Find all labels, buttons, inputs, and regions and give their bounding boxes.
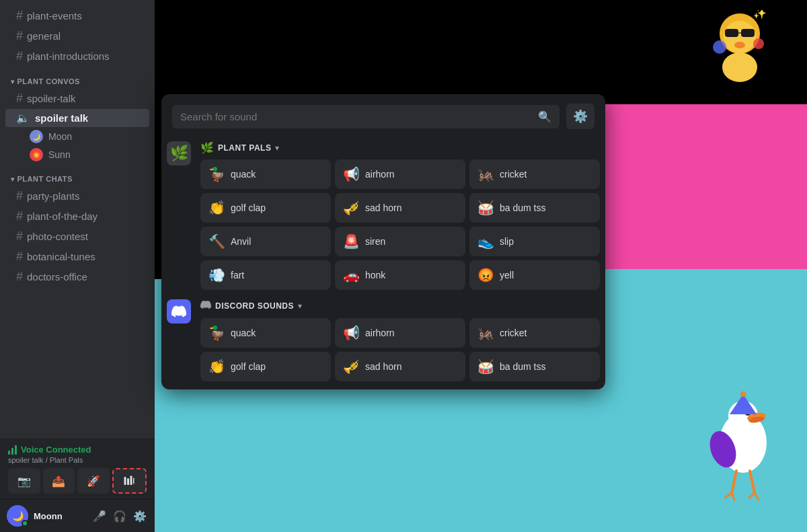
user-name: Moonn bbox=[34, 511, 86, 521]
channel-general[interactable]: # general bbox=[5, 26, 149, 46]
channel-list: # plant-events # general # plant-introdu… bbox=[0, 0, 155, 439]
sound-sad-horn-2[interactable]: 🎺 sad horn bbox=[335, 352, 465, 381]
sound-slip-1[interactable]: 👟 slip bbox=[469, 227, 600, 256]
channel-party-plants[interactable]: # party-plants bbox=[5, 186, 149, 206]
svg-text:✨: ✨ bbox=[753, 10, 767, 20]
svg-line-26 bbox=[732, 493, 734, 500]
discord-server-icon[interactable] bbox=[167, 299, 191, 324]
sound-cricket-2[interactable]: 🦗 cricket bbox=[469, 318, 600, 348]
sound-ba-dum-tss-2[interactable]: 🥁 ba dum tss bbox=[469, 352, 600, 381]
voice-icon: 🔈 bbox=[16, 112, 30, 124]
plant-pals-header-icon: 🌿 bbox=[200, 141, 214, 154]
soundboard-button[interactable] bbox=[112, 468, 147, 494]
discord-sounds-header[interactable]: DISCORD SOUNDS ▾ bbox=[200, 297, 600, 318]
search-bar: 🔍 bbox=[172, 105, 560, 128]
voice-bars-icon bbox=[8, 445, 17, 455]
voice-bar-1 bbox=[8, 451, 10, 455]
user-avatar-wrap: 🌙 bbox=[7, 505, 28, 527]
user-status-dot bbox=[22, 520, 28, 527]
sound-panel: 🔍 ⚙️ 🌿 🌿 PLANT PALS ▾ bbox=[161, 94, 605, 389]
hash-icon: # bbox=[16, 209, 23, 223]
discord-sounds-section: DISCORD SOUNDS ▾ 🦆 quack 📢 airhorn bbox=[200, 297, 600, 381]
plant-pals-header[interactable]: 🌿 PLANT PALS ▾ bbox=[200, 139, 600, 159]
settings-gear-button[interactable]: ⚙️ bbox=[566, 104, 594, 129]
sound-ba-dum-tss-1[interactable]: 🥁 ba dum tss bbox=[469, 193, 600, 223]
discord-logo bbox=[171, 304, 186, 319]
character-bottom-right bbox=[699, 389, 787, 512]
svg-point-12 bbox=[753, 38, 764, 49]
discord-header-logo bbox=[200, 299, 211, 310]
svg-line-28 bbox=[755, 493, 759, 500]
user-controls: 🎤 🎧 ⚙️ bbox=[91, 508, 148, 524]
sound-airhorn-2[interactable]: 📢 airhorn bbox=[335, 318, 465, 348]
svg-point-11 bbox=[713, 40, 726, 54]
sound-sad-horn-1[interactable]: 🎺 sad horn bbox=[335, 193, 465, 223]
sound-honk-1[interactable]: 🚗 honk bbox=[335, 260, 465, 290]
channel-photo-contest[interactable]: # photo-contest bbox=[5, 227, 149, 246]
voice-bar-3 bbox=[15, 445, 17, 455]
activity-button[interactable]: 🚀 bbox=[77, 468, 110, 494]
discord-sounds-row: DISCORD SOUNDS ▾ 🦆 quack 📢 airhorn bbox=[167, 297, 600, 381]
channel-plant-of-the-day[interactable]: # plant-of-the-day bbox=[5, 206, 149, 226]
svg-rect-7 bbox=[741, 29, 755, 37]
svg-point-9 bbox=[734, 42, 745, 48]
sound-panel-header: 🔍 ⚙️ bbox=[161, 94, 605, 139]
category-plant-convos[interactable]: ▾ PLANT CONVOS bbox=[0, 67, 155, 88]
channel-botanical-tunes[interactable]: # botanical-tunes bbox=[5, 247, 149, 266]
search-input[interactable] bbox=[180, 111, 533, 122]
svg-rect-6 bbox=[725, 29, 738, 37]
sound-cricket-1[interactable]: 🦗 cricket bbox=[469, 159, 600, 189]
voice-bar-2 bbox=[11, 448, 13, 455]
svg-line-25 bbox=[725, 493, 732, 498]
camera-button[interactable]: 📷 bbox=[8, 468, 40, 494]
sound-anvil-1[interactable]: 🔨 Anvil bbox=[200, 227, 331, 256]
plant-pals-icon-wrap: 🌿 bbox=[167, 139, 194, 165]
category-plant-chats[interactable]: ▾ PLANT CHATS bbox=[0, 164, 155, 186]
sound-fart-1[interactable]: 💨 fart bbox=[200, 260, 331, 290]
svg-line-23 bbox=[732, 471, 736, 493]
sound-golf-clap-2[interactable]: 👏 golf clap bbox=[200, 352, 331, 381]
sound-quack-2[interactable]: 🦆 quack bbox=[200, 318, 331, 348]
plant-pals-chevron: ▾ bbox=[275, 143, 279, 153]
plant-pals-row: 🌿 🌿 PLANT PALS ▾ 🦆 quack bbox=[167, 139, 600, 290]
character-top-right-svg: ✨ bbox=[706, 10, 773, 84]
sunn-avatar: ☀️ bbox=[30, 148, 43, 161]
channel-plant-events[interactable]: # plant-events bbox=[5, 6, 149, 26]
discord-sounds-chevron: ▾ bbox=[298, 301, 302, 311]
sound-airhorn-1[interactable]: 📢 airhorn bbox=[335, 159, 465, 189]
plant-pals-server-icon[interactable]: 🌿 bbox=[167, 141, 191, 165]
channel-plant-introductions[interactable]: # plant-introductions bbox=[5, 46, 149, 66]
sound-quack-1[interactable]: 🦆 quack bbox=[200, 159, 331, 189]
voice-connected-title: Voice Connected bbox=[8, 445, 147, 455]
channel-spoiler-talk-voice[interactable]: 🔈 spoiler talk bbox=[5, 109, 149, 127]
sounds-scroll-area[interactable]: 🌿 🌿 PLANT PALS ▾ 🦆 quack bbox=[161, 139, 605, 389]
svg-point-10 bbox=[722, 52, 757, 82]
svg-point-21 bbox=[740, 391, 746, 397]
hash-icon: # bbox=[16, 91, 23, 106]
sub-user-sunn[interactable]: ☀️ Sunn bbox=[5, 146, 149, 163]
voice-connected-bar: Voice Connected spoiler talk / Plant Pal… bbox=[0, 439, 155, 499]
sound-golf-clap-1[interactable]: 👏 golf clap bbox=[200, 193, 331, 223]
hash-icon: # bbox=[16, 250, 23, 264]
sound-yell-1[interactable]: 😡 yell bbox=[469, 260, 600, 290]
chevron-icon: ▾ bbox=[11, 176, 15, 183]
deafen-button[interactable]: 🎧 bbox=[112, 508, 128, 524]
soundboard-icon bbox=[123, 475, 135, 487]
voice-actions: 📷 📤 🚀 bbox=[8, 468, 147, 494]
sub-user-moon[interactable]: 🌙 Moon bbox=[5, 128, 149, 145]
channel-spoiler-talk-text[interactable]: # spoiler-talk bbox=[5, 89, 149, 108]
hash-icon: # bbox=[16, 229, 23, 243]
share-button[interactable]: 📤 bbox=[43, 468, 75, 494]
svg-rect-0 bbox=[124, 477, 126, 485]
mute-button[interactable]: 🎤 bbox=[91, 508, 108, 524]
sound-siren-1[interactable]: 🚨 siren bbox=[335, 227, 465, 256]
svg-marker-20 bbox=[730, 394, 757, 414]
discord-sounds-grid: 🦆 quack 📢 airhorn 🦗 cricket 👏 bbox=[200, 318, 600, 381]
character-top-right: ✨ bbox=[706, 10, 773, 93]
channel-doctors-office[interactable]: # doctors-office bbox=[5, 267, 149, 287]
settings-button[interactable]: ⚙️ bbox=[132, 508, 148, 524]
section-spacer bbox=[167, 290, 600, 297]
character-bottom-right-svg bbox=[699, 389, 787, 503]
svg-line-24 bbox=[750, 471, 755, 493]
moon-avatar: 🌙 bbox=[30, 130, 43, 143]
